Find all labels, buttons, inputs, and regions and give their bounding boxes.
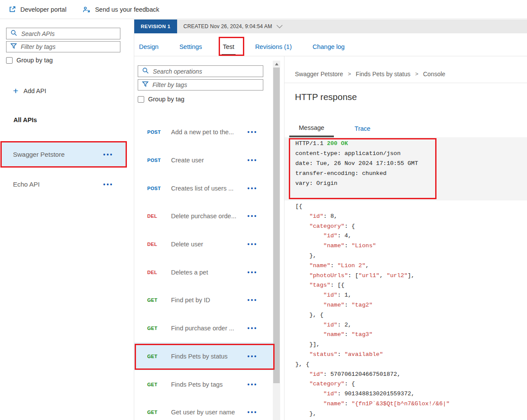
group-by-tag-apis[interactable]: Group by tag bbox=[6, 57, 53, 64]
method-badge: GET bbox=[147, 326, 165, 331]
panel-divider bbox=[284, 56, 285, 420]
revision-created-text: CREATED Nov 26, 2024, 9:04:54 AM bbox=[184, 23, 272, 29]
topbar-divider bbox=[0, 19, 527, 19]
breadcrumb: Swagger Petstore>Finds Pets by status>Co… bbox=[295, 65, 445, 83]
chevron-down-icon[interactable] bbox=[276, 25, 283, 29]
operation-name: Create user bbox=[171, 157, 247, 164]
ellipsis-menu-icon[interactable]: ••• bbox=[247, 381, 258, 388]
developer-portal-link[interactable]: Developer portal bbox=[9, 6, 66, 13]
api-tabs: DesignSettingsTestRevisions (1)Change lo… bbox=[134, 37, 346, 56]
feedback-label: Send us your feedback bbox=[95, 6, 159, 13]
ellipsis-menu-icon[interactable]: ••• bbox=[247, 325, 258, 332]
filter-apis-input[interactable] bbox=[21, 43, 117, 50]
method-badge: DEL bbox=[147, 242, 165, 247]
operation-delete-user[interactable]: DELDelete user••• bbox=[134, 230, 273, 258]
operation-creates-list-of-users[interactable]: POSTCreates list of users ...••• bbox=[134, 174, 273, 202]
ellipsis-menu-icon[interactable]: ••• bbox=[103, 181, 113, 188]
ellipsis-menu-icon[interactable]: ••• bbox=[247, 129, 258, 136]
tab-design[interactable]: Design bbox=[138, 37, 160, 56]
group-by-tag-operations[interactable]: Group by tag bbox=[138, 96, 184, 103]
api-name: Echo API bbox=[13, 181, 103, 188]
response-body: [{ "id": 8, "category": { "id": 4, "name… bbox=[295, 202, 449, 419]
top-bar: Developer portal Send us your feedback bbox=[9, 0, 159, 19]
breadcrumb-item-swagger-petstore[interactable]: Swagger Petstore bbox=[295, 71, 343, 78]
operation-name: Finds Pets by status bbox=[171, 353, 247, 360]
external-link-icon bbox=[9, 6, 16, 13]
tab-settings[interactable]: Settings bbox=[178, 37, 203, 56]
method-badge: POST bbox=[147, 158, 165, 163]
scroll-up-icon[interactable] bbox=[275, 63, 278, 65]
operation-add-a-new-pet-to-the[interactable]: POSTAdd a new pet to the...••• bbox=[134, 118, 273, 146]
method-badge: POST bbox=[147, 129, 165, 135]
ellipsis-menu-icon[interactable]: ••• bbox=[247, 157, 258, 164]
api-item-echo-api[interactable]: Echo API••• bbox=[1, 172, 126, 196]
filter-operations-input[interactable] bbox=[152, 81, 260, 88]
ellipsis-menu-icon[interactable]: ••• bbox=[247, 269, 258, 276]
scrollbar-thumb[interactable] bbox=[273, 68, 280, 383]
search-operations-input[interactable] bbox=[153, 68, 260, 75]
filter-operations-box bbox=[138, 79, 263, 90]
ellipsis-menu-icon[interactable]: ••• bbox=[247, 297, 258, 304]
method-badge: POST bbox=[147, 186, 165, 191]
ellipsis-menu-icon[interactable]: ••• bbox=[247, 185, 258, 192]
operation-name: Finds Pets by tags bbox=[171, 381, 247, 388]
search-apis-input[interactable] bbox=[21, 30, 117, 37]
person-feedback-icon bbox=[83, 6, 91, 13]
all-apis-heading: All APIs bbox=[13, 116, 37, 123]
response-tab-message[interactable]: Message bbox=[289, 120, 334, 137]
method-badge: DEL bbox=[147, 270, 165, 275]
method-badge: DEL bbox=[147, 213, 165, 219]
operation-name: Find pet by ID bbox=[171, 297, 247, 304]
tab-test[interactable]: Test bbox=[222, 37, 236, 56]
response-headers: HTTP/1.1 200 OKcontent-type: application… bbox=[295, 139, 418, 188]
api-item-swagger-petstore[interactable]: Swagger Petstore••• bbox=[1, 142, 126, 167]
response-tabs: MessageTrace bbox=[289, 120, 380, 137]
operations-scrollbar[interactable] bbox=[273, 61, 280, 420]
tab-change-log[interactable]: Change log bbox=[311, 37, 346, 56]
operation-name: Delete user bbox=[171, 241, 247, 248]
operation-name: Add a new pet to the... bbox=[171, 129, 247, 136]
breadcrumb-separator: > bbox=[348, 71, 351, 77]
operation-create-user[interactable]: POSTCreate user••• bbox=[134, 146, 273, 174]
group-by-tag-operations-checkbox[interactable] bbox=[138, 96, 144, 103]
tabs-divider bbox=[134, 56, 527, 56]
add-api-button[interactable]: + Add API bbox=[13, 86, 46, 95]
group-by-tag-apis-checkbox[interactable] bbox=[6, 57, 13, 64]
filter-funnel-icon bbox=[142, 81, 149, 89]
response-tab-trace[interactable]: Trace bbox=[345, 120, 380, 137]
feedback-link[interactable]: Send us your feedback bbox=[83, 6, 159, 13]
operation-name: Deletes a pet bbox=[171, 269, 247, 276]
search-apis-box bbox=[6, 28, 120, 39]
ellipsis-menu-icon[interactable]: ••• bbox=[247, 241, 258, 248]
tab-revisions-1[interactable]: Revisions (1) bbox=[254, 37, 293, 56]
ellipsis-menu-icon[interactable]: ••• bbox=[247, 213, 258, 220]
operation-finds-pets-by-tags[interactable]: GETFinds Pets by tags••• bbox=[134, 370, 273, 398]
operation-name: Delete purchase orde... bbox=[171, 213, 247, 220]
search-operations-box bbox=[138, 65, 263, 77]
breadcrumb-separator: > bbox=[415, 71, 418, 77]
breadcrumb-item-console[interactable]: Console bbox=[423, 71, 445, 78]
operation-find-purchase-order[interactable]: GETFind purchase order ...••• bbox=[134, 314, 273, 342]
search-icon bbox=[142, 67, 149, 76]
method-badge: GET bbox=[147, 354, 165, 359]
ellipsis-menu-icon[interactable]: ••• bbox=[103, 151, 113, 158]
operation-name: Creates list of users ... bbox=[171, 185, 247, 192]
status-code: 200 OK bbox=[327, 140, 348, 147]
ellipsis-menu-icon[interactable]: ••• bbox=[247, 409, 258, 416]
operation-deletes-a-pet[interactable]: DELDeletes a pet••• bbox=[134, 258, 273, 286]
method-badge: GET bbox=[147, 297, 165, 303]
plus-icon: + bbox=[13, 86, 18, 95]
developer-portal-label: Developer portal bbox=[20, 6, 66, 13]
breadcrumb-item-finds-pets-by-status[interactable]: Finds Pets by status bbox=[356, 71, 411, 78]
operation-finds-pets-by-status[interactable]: GETFinds Pets by status••• bbox=[134, 342, 273, 371]
operation-get-user-by-user-name[interactable]: GETGet user by user name••• bbox=[134, 398, 273, 420]
revision-bar: REVISION 1 CREATED Nov 26, 2024, 9:04:54… bbox=[134, 19, 527, 33]
search-icon bbox=[10, 29, 17, 38]
ellipsis-menu-icon[interactable]: ••• bbox=[247, 353, 258, 360]
filter-funnel-icon bbox=[10, 43, 17, 51]
page-title: HTTP response bbox=[295, 92, 357, 102]
revision-badge: REVISION 1 bbox=[134, 19, 177, 33]
operation-delete-purchase-orde[interactable]: DELDelete purchase orde...••• bbox=[134, 202, 273, 230]
method-badge: GET bbox=[147, 410, 165, 415]
operation-find-pet-by-id[interactable]: GETFind pet by ID••• bbox=[134, 286, 273, 314]
